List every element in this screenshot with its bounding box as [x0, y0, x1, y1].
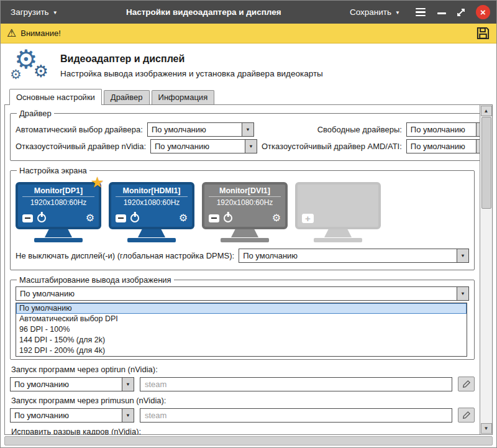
page-subtitle: Настройка вывода изображения и установка…: [60, 69, 323, 78]
monitor-power-icon[interactable]: [130, 214, 139, 222]
save-floppy-icon[interactable]: [476, 26, 490, 40]
app-window: Загрузить ▼ Настройки видеоадаптера и ди…: [0, 0, 497, 448]
monitor-dvi1[interactable]: Monitor[DVI1] 1920x1080:60Hz ⚙: [202, 182, 288, 242]
free-drivers-select[interactable]: По умолчанию ▼: [406, 122, 480, 137]
monitor-remove-icon[interactable]: [209, 214, 219, 222]
screen-section: Настройка экрана ★ Monitor[DP1] 1920x108…: [10, 166, 475, 270]
scroll-up-icon[interactable]: ▲: [481, 106, 492, 116]
vertical-scrollbar[interactable]: ▲ ▼: [480, 105, 492, 434]
primusrun-select[interactable]: По умолчанию ▼: [10, 408, 134, 423]
scaling-section: Масштабирование вывода изображения По ум…: [10, 275, 475, 360]
primary-star-icon: ★: [91, 173, 104, 191]
chevron-down-icon: ▼: [53, 10, 58, 16]
scaling-option-96dpi[interactable]: 96 DPI - 100%: [16, 324, 467, 335]
scroll-down-icon[interactable]: ▼: [481, 423, 492, 434]
content-frame: Драйвер Автоматический выбор драйвера: П…: [4, 104, 493, 435]
tab-info[interactable]: Информация: [152, 90, 215, 104]
close-button[interactable]: ×: [476, 5, 490, 19]
monitor-power-icon[interactable]: [37, 214, 46, 222]
monitor-remove-icon[interactable]: [22, 214, 33, 222]
monitor-name: Monitor[DVI1]: [209, 186, 281, 197]
primusrun-label: Запуск программ через primusun (nVidia):: [11, 396, 475, 405]
primusrun-edit-button[interactable]: [458, 408, 475, 423]
tab-bar: Основные настройки Драйвер Информация: [9, 88, 496, 104]
chevron-down-icon: ▼: [395, 10, 400, 16]
titlebar: Загрузить ▼ Настройки видеоадаптера и ди…: [1, 1, 496, 24]
monitor-remove-icon[interactable]: [116, 214, 126, 222]
failsafe-amd-label: Отказоустойчивый драйвер AMD/ATI:: [262, 142, 402, 151]
failsafe-nvidia-select[interactable]: По умолчанию ▼: [150, 139, 257, 153]
page-header: ⚙⚙⚙ Видеоадаптер и дисплей Настройка выв…: [1, 43, 496, 88]
dropdown-arrow-icon: ▼: [457, 249, 468, 262]
optirun-label: Запуск программ через optirun (nVidia):: [11, 365, 475, 374]
pencil-icon: [462, 411, 471, 420]
monitor-dp1[interactable]: ★ Monitor[DP1] 1920x1080:60Hz ⚙: [16, 182, 101, 242]
optirun-program-input[interactable]: [140, 377, 452, 391]
save-button[interactable]: Сохранить ▼: [346, 5, 404, 19]
gears-icon: ⚙⚙⚙: [9, 48, 50, 84]
scaling-select[interactable]: По умолчанию ▼: [16, 286, 469, 301]
horizontal-scrollbar[interactable]: [4, 436, 493, 446]
settings-content: Драйвер Автоматический выбор драйвера: П…: [5, 105, 480, 434]
scaling-option-192dpi[interactable]: 192 DPI - 200% (для 4k): [16, 345, 467, 356]
window-title: Настройки видеоадаптера и дисплея: [62, 7, 346, 17]
warning-bar: ⚠ Внимание!: [1, 24, 496, 43]
optirun-row: По умолчанию ▼: [10, 377, 475, 391]
optirun-edit-button[interactable]: [458, 377, 475, 391]
monitor-resolution: 1920x1080:60Hz: [22, 198, 94, 207]
scaling-dropdown-list: По умолчанию Автоматический выбор DPI 96…: [16, 303, 467, 357]
tear-fix-label: Исправить разрыв кадров (nVidia):: [11, 427, 475, 434]
screen-section-legend: Настройка экрана: [17, 166, 89, 175]
dpms-select[interactable]: По умолчанию ▼: [239, 249, 469, 263]
monitor-list: ★ Monitor[DP1] 1920x1080:60Hz ⚙: [16, 182, 469, 242]
monitor-settings-icon[interactable]: ⚙: [179, 213, 188, 223]
scaling-option-144dpi[interactable]: 144 DPI - 150% (для 2k): [16, 335, 467, 345]
scaling-option-default[interactable]: По умолчанию: [16, 303, 467, 314]
monitor-power-icon[interactable]: [224, 214, 232, 222]
header-text: Видеоадаптер и дисплей Настройка вывода …: [60, 53, 323, 78]
menu-icon[interactable]: [414, 6, 427, 19]
primusrun-program-input[interactable]: [140, 408, 452, 423]
failsafe-amd-select[interactable]: По умолчанию ▼: [406, 139, 480, 153]
dropdown-arrow-icon: ▼: [245, 140, 257, 153]
scrollbar-thumb[interactable]: [481, 117, 491, 209]
monitor-settings-icon[interactable]: ⚙: [272, 213, 281, 223]
monitor-resolution: 1920x1080:60Hz: [116, 198, 188, 207]
tab-main-settings[interactable]: Основные настройки: [9, 89, 102, 105]
warning-icon: ⚠: [7, 28, 16, 39]
dpms-label: Не выключать дисплей(-и) (глобальная нас…: [16, 251, 234, 260]
failsafe-nvidia-label: Отказоустойчивый драйвер nVidia:: [16, 142, 146, 151]
auto-driver-select[interactable]: По умолчанию ▼: [147, 122, 254, 137]
auto-driver-label: Автоматический выбор драйвера:: [16, 125, 143, 134]
dropdown-arrow-icon: ▼: [457, 287, 468, 300]
monitor-name: Monitor[HDMI1]: [116, 186, 188, 197]
scaling-section-legend: Масштабирование вывода изображения: [17, 275, 174, 285]
warning-text: Внимание!: [21, 29, 61, 38]
titlebar-actions: Сохранить ▼ ×: [346, 5, 490, 19]
scaling-option-auto-dpi[interactable]: Автоматический выбор DPI: [16, 314, 467, 324]
pencil-icon: [462, 380, 471, 389]
page-title: Видеоадаптер и дисплей: [60, 53, 323, 65]
load-button[interactable]: Загрузить ▼: [7, 5, 62, 19]
driver-section-legend: Драйвер: [17, 109, 54, 118]
driver-section: Драйвер Автоматический выбор драйвера: П…: [10, 109, 480, 161]
dropdown-arrow-icon: ▼: [122, 378, 134, 391]
free-drivers-label: Свободные драйверы:: [317, 125, 402, 134]
expand-icon[interactable]: [456, 7, 466, 17]
monitor-disabled[interactable]: +: [295, 182, 381, 242]
dropdown-arrow-icon: ▼: [242, 123, 253, 136]
monitor-hdmi1[interactable]: Monitor[HDMI1] 1920x1080:60Hz ⚙: [109, 182, 194, 242]
monitor-add-icon[interactable]: +: [302, 214, 314, 223]
primusrun-row: По умолчанию ▼: [10, 408, 475, 423]
monitor-settings-icon[interactable]: ⚙: [86, 213, 94, 223]
tab-driver[interactable]: Драйвер: [104, 90, 150, 104]
dropdown-arrow-icon: ▼: [122, 409, 134, 422]
monitor-resolution: 1920x1080:60Hz: [209, 198, 281, 207]
optirun-select[interactable]: По умолчанию ▼: [10, 377, 134, 391]
monitor-name: Monitor[DP1]: [22, 186, 94, 197]
minimize-icon[interactable]: [437, 12, 446, 14]
load-button-label: Загрузить: [11, 7, 49, 17]
save-button-label: Сохранить: [350, 7, 391, 17]
